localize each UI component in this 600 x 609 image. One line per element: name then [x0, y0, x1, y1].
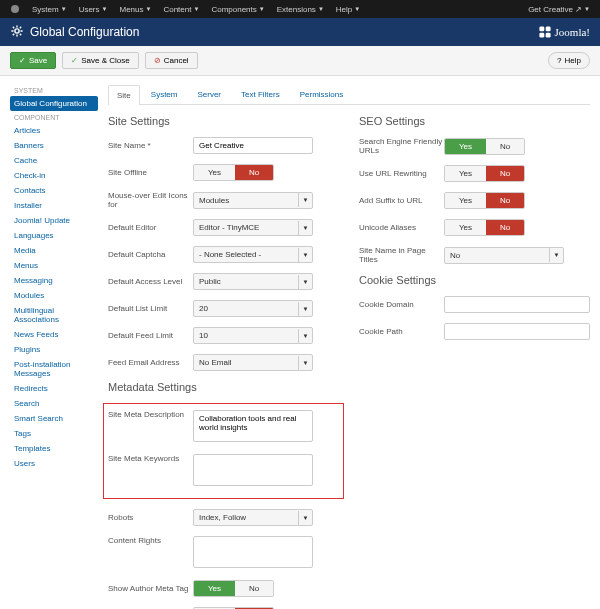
svg-rect-3 — [545, 26, 550, 31]
tab-system[interactable]: System — [142, 84, 187, 104]
cookie-settings-title: Cookie Settings — [359, 274, 590, 286]
content-rights-input[interactable] — [193, 536, 313, 568]
joomla-icon[interactable] — [6, 4, 24, 14]
tab-server[interactable]: Server — [188, 84, 230, 104]
sef-label: Search Engine Friendly URLs — [359, 137, 444, 155]
meta-keywords-input[interactable] — [193, 454, 313, 486]
sidebar-item-media[interactable]: Media — [10, 243, 98, 258]
unicode-toggle[interactable]: YesNo — [444, 219, 525, 236]
mouseover-select[interactable]: Modules▼ — [193, 192, 313, 209]
page-header: Global Configuration Joomla! — [0, 18, 600, 46]
svg-point-0 — [11, 5, 19, 13]
top-menu-bar: System▼ Users▼ Menus▼ Content▼ Component… — [0, 0, 600, 18]
svg-rect-4 — [539, 33, 544, 38]
sidebar-item-languages[interactable]: Languages — [10, 228, 98, 243]
sidebar-item-installer[interactable]: Installer — [10, 198, 98, 213]
default-editor-select[interactable]: Editor - TinyMCE▼ — [193, 219, 313, 236]
sidebar-item-contacts[interactable]: Contacts — [10, 183, 98, 198]
sidebar-item-templates[interactable]: Templates — [10, 441, 98, 456]
save-button[interactable]: ✓Save — [10, 52, 56, 69]
sidebar-head-system: SYSTEM — [10, 84, 98, 96]
rewrite-label: Use URL Rewriting — [359, 169, 444, 178]
sidebar-head-component: COMPONENT — [10, 111, 98, 123]
author-meta-toggle[interactable]: YesNo — [193, 580, 274, 597]
chevron-down-icon: ▼ — [298, 275, 312, 289]
sitename-titles-select[interactable]: No▼ — [444, 247, 564, 264]
access-level-label: Default Access Level — [108, 277, 193, 286]
chevron-down-icon: ▼ — [298, 511, 312, 525]
chevron-down-icon: ▼ — [298, 193, 312, 207]
sidebar: SYSTEM Global Configuration COMPONENT Ar… — [10, 84, 98, 609]
sitename-titles-label: Site Name in Page Titles — [359, 246, 444, 264]
site-name-input[interactable] — [193, 137, 313, 154]
help-button[interactable]: ?Help — [548, 52, 590, 69]
menu-users[interactable]: Users▼ — [75, 5, 112, 14]
menu-content[interactable]: Content▼ — [159, 5, 203, 14]
check-icon: ✓ — [19, 56, 26, 65]
chevron-down-icon: ▼ — [298, 248, 312, 262]
feed-email-label: Feed Email Address — [108, 358, 193, 367]
sidebar-item-search[interactable]: Search — [10, 396, 98, 411]
feed-limit-select[interactable]: 10▼ — [193, 327, 313, 344]
sidebar-item-modules[interactable]: Modules — [10, 288, 98, 303]
robots-select[interactable]: Index, Follow▼ — [193, 509, 313, 526]
chevron-down-icon: ▼ — [298, 329, 312, 343]
menu-menus[interactable]: Menus▼ — [115, 5, 155, 14]
sidebar-item-articles[interactable]: Articles — [10, 123, 98, 138]
sidebar-item-menus[interactable]: Menus — [10, 258, 98, 273]
sidebar-item-plugins[interactable]: Plugins — [10, 342, 98, 357]
sef-toggle[interactable]: YesNo — [444, 138, 525, 155]
meta-desc-input[interactable]: Collaboration tools and real world insig… — [193, 410, 313, 442]
sidebar-item-users[interactable]: Users — [10, 456, 98, 471]
cookie-path-label: Cookie Path — [359, 327, 444, 336]
tab-site[interactable]: Site — [108, 85, 140, 105]
mouseover-label: Mouse-over Edit Icons for — [108, 191, 193, 209]
list-limit-select[interactable]: 20▼ — [193, 300, 313, 317]
rewrite-toggle[interactable]: YesNo — [444, 165, 525, 182]
tab-text-filters[interactable]: Text Filters — [232, 84, 289, 104]
sidebar-item-banners[interactable]: Banners — [10, 138, 98, 153]
sidebar-item-tags[interactable]: Tags — [10, 426, 98, 441]
content-rights-label: Content Rights — [108, 536, 193, 545]
menu-components[interactable]: Components▼ — [207, 5, 268, 14]
meta-keywords-label: Site Meta Keywords — [108, 454, 193, 463]
page-title: Global Configuration — [30, 25, 139, 39]
cookie-domain-label: Cookie Domain — [359, 300, 444, 309]
sidebar-item-global-config[interactable]: Global Configuration — [10, 96, 98, 111]
save-close-button[interactable]: ✓Save & Close — [62, 52, 138, 69]
tab-permissions[interactable]: Permissions — [291, 84, 353, 104]
chevron-down-icon: ▼ — [549, 248, 563, 262]
svg-rect-2 — [539, 26, 544, 31]
suffix-label: Add Suffix to URL — [359, 196, 444, 205]
sidebar-item-cache[interactable]: Cache — [10, 153, 98, 168]
joomla-brand: Joomla! — [538, 25, 590, 39]
site-settings-title: Site Settings — [108, 115, 339, 127]
sidebar-item-smart-search[interactable]: Smart Search — [10, 411, 98, 426]
sidebar-item-joomla-update[interactable]: Joomla! Update — [10, 213, 98, 228]
seo-settings-title: SEO Settings — [359, 115, 590, 127]
sidebar-item-redirects[interactable]: Redirects — [10, 381, 98, 396]
suffix-toggle[interactable]: YesNo — [444, 192, 525, 209]
author-meta-label: Show Author Meta Tag — [108, 584, 193, 593]
metadata-settings-title: Metadata Settings — [108, 381, 339, 393]
feed-email-select[interactable]: No Email▼ — [193, 354, 313, 371]
default-captcha-select[interactable]: - None Selected -▼ — [193, 246, 313, 263]
default-captcha-label: Default Captcha — [108, 250, 193, 259]
sidebar-item-multilingual-associations[interactable]: Multilingual Associations — [10, 303, 98, 327]
robots-label: Robots — [108, 513, 193, 522]
sidebar-item-messaging[interactable]: Messaging — [10, 273, 98, 288]
sidebar-item-post-installation-messages[interactable]: Post-installation Messages — [10, 357, 98, 381]
gear-icon — [10, 24, 24, 41]
sidebar-item-check-in[interactable]: Check-in — [10, 168, 98, 183]
chevron-down-icon: ▼ — [298, 356, 312, 370]
menu-help[interactable]: Help▼ — [332, 5, 364, 14]
menu-extensions[interactable]: Extensions▼ — [273, 5, 328, 14]
user-menu[interactable]: Get Creative ↗▼ — [524, 5, 594, 14]
site-offline-toggle[interactable]: YesNo — [193, 164, 274, 181]
cancel-button[interactable]: ⊘Cancel — [145, 52, 198, 69]
cookie-path-input[interactable] — [444, 323, 590, 340]
menu-system[interactable]: System▼ — [28, 5, 71, 14]
cookie-domain-input[interactable] — [444, 296, 590, 313]
sidebar-item-news-feeds[interactable]: News Feeds — [10, 327, 98, 342]
access-level-select[interactable]: Public▼ — [193, 273, 313, 290]
